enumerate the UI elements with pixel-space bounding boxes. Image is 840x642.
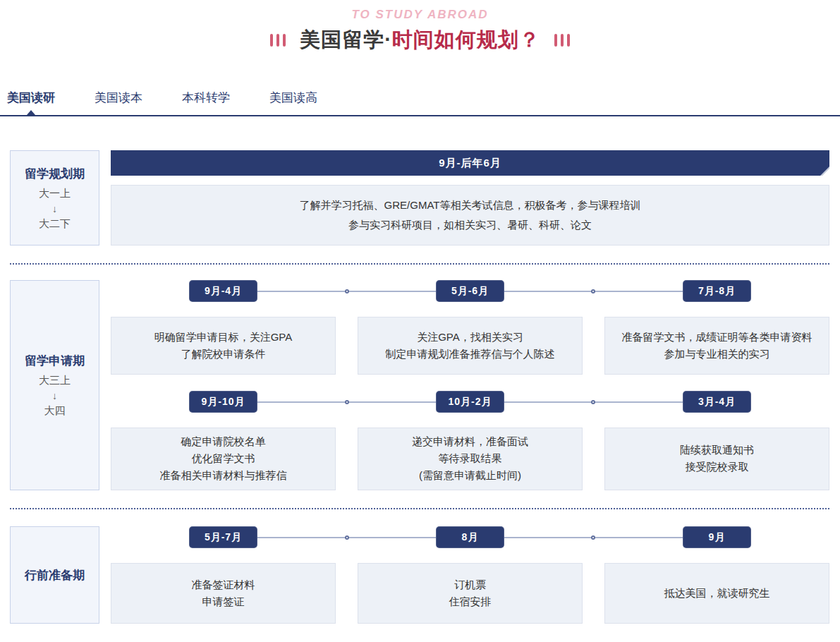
tab-undergrad-transfer[interactable]: 本科转学 (182, 90, 230, 115)
milestone-line: 抵达美国，就读研究生 (664, 587, 770, 600)
pre-departure-title: 行前准备期 (25, 567, 85, 583)
description-line: 参与实习科研项目，如相关实习、暑研、科研、论文 (348, 219, 592, 232)
milestone-line: 优化留学文书 (192, 452, 255, 466)
period-badge: 5月-7月 (189, 526, 257, 548)
milestone-line: 住宿安排 (449, 595, 492, 609)
period-badge: 3月-4月 (683, 391, 751, 413)
title-left-bars-icon (270, 34, 286, 47)
page-title: 美国留学·时间如何规划？ (300, 26, 540, 54)
study-abroad-planning-page: TO STUDY ABROAD 美国留学·时间如何规划？ 美国读研 美国读本 本… (0, 0, 840, 642)
planning-period-range: 9月-后年6月 (439, 157, 501, 170)
milestone-line: 接受院校录取 (686, 461, 749, 474)
section-divider (10, 263, 829, 265)
down-arrow-icon: ↓ (52, 392, 57, 399)
application-period-to: 大四 (44, 404, 66, 418)
milestone-box: 确定申请院校名单 优化留学文书 准备相关申请材料与推荐信 (111, 428, 336, 490)
description-line: 了解并学习托福、GRE/GMAT等相关考试信息，积极备考，参与课程培训 (300, 199, 641, 212)
milestone-line: 确定申请院校名单 (181, 435, 266, 449)
milestone-line: 递交申请材料，准备面试 (412, 435, 528, 449)
eyebrow-text: TO STUDY ABROAD (0, 7, 840, 23)
milestone-box: 明确留学申请目标，关注GPA 了解院校申请条件 (111, 317, 336, 375)
application-period-from: 大三上 (39, 374, 71, 387)
section-pre-departure-period: 行前准备期 5月-7月 8月 9月 准备签证材料 申请签证 (10, 526, 829, 624)
pre-departure-label-box: 行前准备期 (10, 526, 99, 624)
down-arrow-icon: ↓ (52, 205, 57, 212)
milestone-line: 了解院校申请条件 (181, 348, 266, 361)
milestone-line: 制定申请规划准备推荐信与个人陈述 (386, 348, 555, 361)
planning-period-description-box: 了解并学习托福、GRE/GMAT等相关考试信息，积极备考，参与课程培训 参与实习… (111, 185, 829, 246)
milestone-line: 准备签证材料 (192, 579, 255, 592)
timeline-node-icon (591, 535, 595, 540)
planning-period-label-box: 留学规划期 大一上 ↓ 大二下 (10, 150, 99, 246)
period-badge: 10月-2月 (436, 391, 504, 413)
period-badge: 7月-8月 (683, 280, 751, 302)
tab-us-highschool[interactable]: 美国读高 (269, 90, 317, 115)
milestone-box: 关注GPA，找相关实习 制定申请规划准备推荐信与个人陈述 (358, 317, 583, 375)
planning-period-title: 留学规划期 (25, 166, 85, 182)
title-row: 美国留学·时间如何规划？ (0, 26, 840, 54)
tab-us-undergraduate[interactable]: 美国读本 (95, 90, 142, 115)
period-badge: 9月-10月 (189, 391, 257, 413)
milestone-line: 明确留学申请目标，关注GPA (154, 331, 293, 344)
milestone-line: 等待录取结果 (439, 452, 502, 466)
milestone-box: 抵达美国，就读研究生 (604, 563, 829, 624)
period-badge: 5月-6月 (436, 280, 504, 302)
page-header: TO STUDY ABROAD 美国留学·时间如何规划？ (0, 0, 840, 54)
timeline-node-icon (345, 535, 349, 540)
planning-period-to: 大二下 (39, 217, 71, 231)
milestone-line: 准备相关申请材料与推荐信 (160, 469, 287, 483)
planning-period-content: 9月-后年6月 了解并学习托福、GRE/GMAT等相关考试信息，积极备考，参与课… (111, 150, 829, 246)
title-plain: 美国留学· (300, 28, 392, 51)
tab-bar: 美国读研 美国读本 本科转学 美国读高 (0, 90, 840, 116)
milestone-line: 申请签证 (202, 595, 245, 609)
timeline-node-icon (591, 400, 595, 404)
section-planning-period: 留学规划期 大一上 ↓ 大二下 9月-后年6月 了解并学习托福、GRE/GMAT… (10, 150, 829, 246)
milestone-boxes-row: 准备签证材料 申请签证 订机票 住宿安排 抵达美国，就读研究生 (111, 563, 829, 624)
title-accent: 时间如何规划？ (392, 28, 540, 51)
timeline-row: 9月-4月 5月-6月 7月-8月 (111, 280, 829, 302)
milestone-line: 参加与专业相关的实习 (664, 348, 770, 361)
period-badge: 9月 (683, 526, 751, 548)
milestone-boxes-row: 确定申请院校名单 优化留学文书 准备相关申请材料与推荐信 递交申请材料，准备面试… (111, 428, 829, 490)
milestone-line: 订机票 (454, 579, 486, 592)
timeline-row: 5月-7月 8月 9月 (111, 526, 829, 548)
milestone-line: 关注GPA，找相关实习 (417, 331, 523, 344)
milestone-box: 陆续获取通知书 接受院校录取 (604, 428, 829, 490)
milestone-box: 递交申请材料，准备面试 等待录取结果 (需留意申请截止时间) (358, 428, 583, 490)
application-period-title: 留学申请期 (25, 353, 85, 369)
pre-departure-content: 5月-7月 8月 9月 准备签证材料 申请签证 订机票 住宿安排 抵达美国，就读… (111, 526, 829, 624)
bar-fold-notch-icon (822, 169, 829, 176)
planning-period-from: 大一上 (39, 187, 71, 200)
section-application-period: 留学申请期 大三上 ↓ 大四 9月-4月 5月-6月 7月-8月 明确留学申请目… (10, 280, 829, 490)
milestone-box: 订机票 住宿安排 (358, 563, 583, 624)
milestone-box: 准备签证材料 申请签证 (111, 563, 336, 624)
timeline-row: 9月-10月 10月-2月 3月-4月 (111, 391, 829, 413)
title-right-bars-icon (554, 34, 570, 47)
timeline-main: 留学规划期 大一上 ↓ 大二下 9月-后年6月 了解并学习托福、GRE/GMAT… (0, 150, 840, 624)
timeline-node-icon (591, 289, 595, 293)
planning-period-bar: 9月-后年6月 (111, 150, 829, 176)
milestone-line: 陆续获取通知书 (680, 444, 754, 457)
tab-us-graduate[interactable]: 美国读研 (7, 90, 55, 115)
milestone-box: 准备留学文书，成绩证明等各类申请资料 参加与专业相关的实习 (604, 317, 829, 375)
timeline-node-icon (345, 400, 349, 404)
application-period-label-box: 留学申请期 大三上 ↓ 大四 (10, 280, 99, 490)
milestone-line: (需留意申请截止时间) (419, 469, 521, 483)
timeline-node-icon (345, 289, 349, 293)
application-period-content: 9月-4月 5月-6月 7月-8月 明确留学申请目标，关注GPA 了解院校申请条… (111, 280, 829, 490)
period-badge: 9月-4月 (189, 280, 257, 302)
period-badge: 8月 (436, 526, 504, 548)
section-divider (10, 508, 829, 509)
milestone-line: 准备留学文书，成绩证明等各类申请资料 (622, 331, 812, 344)
milestone-boxes-row: 明确留学申请目标，关注GPA 了解院校申请条件 关注GPA，找相关实习 制定申请… (111, 317, 829, 375)
